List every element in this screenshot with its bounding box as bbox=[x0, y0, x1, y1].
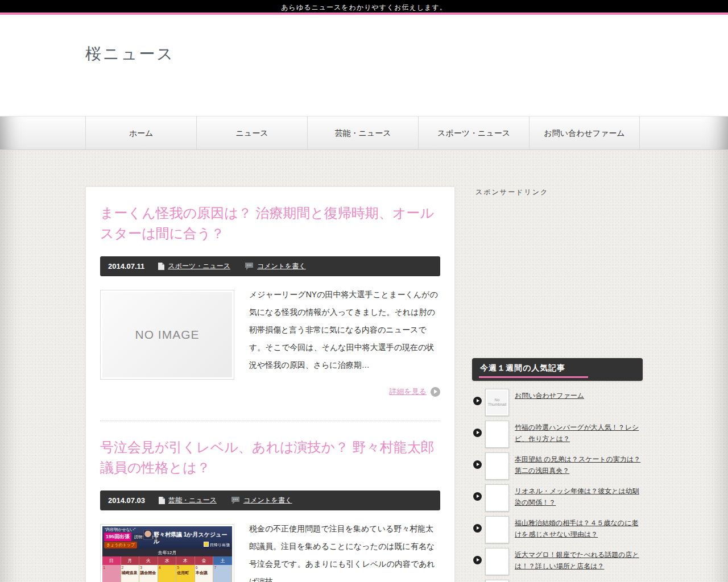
file-icon bbox=[159, 497, 165, 504]
article-excerpt: メジャーリーグNYの田中将大選手ことまーくんがの気になる怪我の情報が入ってきまし… bbox=[249, 286, 440, 380]
article-title[interactable]: まーくん怪我の原因は？ 治療期間と復帰時期、オールスターは間に合う？ bbox=[100, 203, 440, 244]
thumbnail-dark-portrait bbox=[485, 516, 509, 543]
popular-article-link[interactable]: 本田望結 の兄弟は？スケートの実力は？第二の浅田真央？ bbox=[515, 454, 643, 477]
article-2: 号泣会見が引くレベル、あれは演技か？ 野々村龍太郎議員の性格とは？ 2014.0… bbox=[100, 437, 440, 582]
nav-item-sports-news[interactable]: スポーツ・ニュース bbox=[418, 117, 529, 149]
calendar-cell: 4 bbox=[158, 565, 177, 582]
popular-item: 本田望結 の兄弟は？スケートの実力は？第二の浅田真央？ bbox=[472, 452, 643, 480]
article-body: NO IMAGE メジャーリーグNYの田中将大選手ことまーくんがの気になる怪我の… bbox=[100, 290, 440, 380]
write-comment-link[interactable]: コメントを書く bbox=[257, 261, 306, 271]
article-body: “内容明かせない” 195回出張 説明できます きょうのトップ 野々村県議 1か… bbox=[100, 524, 440, 582]
article-1: まーくん怪我の原因は？ 治療期間と復帰時期、オールスターは間に合う？ 2014.… bbox=[100, 203, 440, 397]
popular-article-link[interactable]: リオネル・メッシ年俸は？彼女とは幼馴染の関係！？ bbox=[515, 485, 643, 509]
popular-item: No Thumbnail お問い合わせファーム bbox=[472, 389, 643, 416]
category-link[interactable]: 芸能・ニュース bbox=[168, 496, 217, 505]
read-more-link[interactable]: 詳細を見る bbox=[389, 386, 427, 397]
popular-articles-header: 今週１週間の人気記事 bbox=[472, 358, 643, 381]
article-date: 2014.07.11 bbox=[108, 262, 144, 271]
popular-article-link[interactable]: 竹福の吟選ハンバーグが大人気！？レシピ、作り方とは？ bbox=[515, 422, 643, 445]
comment-bubble-icon bbox=[245, 263, 254, 270]
play-circle-icon bbox=[473, 429, 482, 437]
calendar-face-photo bbox=[143, 530, 152, 540]
main-nav: ホーム ニュース 芸能・ニュース スポーツ・ニュース お問い合わせファーム bbox=[0, 116, 728, 150]
calendar-cell: 5佐用町 bbox=[176, 565, 195, 582]
thumbnail-soccer-player bbox=[485, 484, 509, 512]
page-background: まーくん怪我の原因は？ 治療期間と復帰時期、オールスターは間に合う？ 2014.… bbox=[0, 150, 728, 582]
popular-item: 竹福の吟選ハンバーグが大人気！？レシピ、作り方とは？ bbox=[472, 421, 643, 448]
nav-item-news[interactable]: ニュース bbox=[196, 117, 307, 149]
calendar-corner-label: きょうのトップ bbox=[104, 542, 137, 548]
calendar-cell: 2城崎温泉 bbox=[121, 565, 140, 582]
popular-item: リオネル・メッシ年俸は？彼女とは幼馴染の関係！？ bbox=[472, 484, 643, 512]
calendar-legend: 日帰り出張 bbox=[204, 542, 230, 548]
top-tagline-bar: あらゆるニュースをわかりやすくお伝えします。 bbox=[0, 0, 728, 15]
file-icon bbox=[158, 263, 164, 270]
calendar-top-banner: “内容明かせない” 195回出張 説明できます きょうのトップ 野々村県議 1か… bbox=[102, 526, 232, 549]
article-thumbnail-calendar[interactable]: “内容明かせない” 195回出張 説明できます きょうのトップ 野々村県議 1か… bbox=[100, 524, 234, 582]
category-link[interactable]: スポーツ・ニュース bbox=[168, 261, 230, 271]
popular-articles-list: No Thumbnail お問い合わせファーム 竹福の吟選ハンバーグが大人気！？… bbox=[472, 389, 643, 582]
popular-item: 近大マグロ！銀座でたべれる話題の店とは！？詳しい場所と店名は？ bbox=[472, 548, 643, 575]
thumbnail-girl-portrait bbox=[485, 452, 509, 480]
thumbnail-duo bbox=[485, 580, 509, 582]
nav-item-contact-form[interactable]: お問い合わせファーム bbox=[529, 117, 640, 149]
play-circle-icon bbox=[473, 492, 482, 501]
comment-bubble-icon bbox=[231, 497, 240, 504]
popular-article-link[interactable]: お問い合わせファーム bbox=[515, 390, 584, 401]
read-more-row: 詳細を見る bbox=[100, 386, 440, 397]
calendar-badge: 195回出張 bbox=[104, 533, 131, 541]
play-circle-icon bbox=[473, 556, 482, 564]
article-meta-bar: 2014.07.11 スポーツ・ニュース コメントを書く bbox=[100, 256, 440, 276]
site-header: 桜ニュース bbox=[0, 15, 728, 116]
calendar-grid: 1 2城崎温泉 3議会開会 4 5佐用町 6本会議 7 8城崎温泉 9本会議 1… bbox=[102, 565, 232, 582]
calendar-cell: 3議会開会 bbox=[139, 565, 158, 582]
popular-article-link[interactable]: 福山雅治結婚の相手は？４５歳なのに老けを感じさせない理由は？ bbox=[515, 517, 643, 541]
sponsored-links-label: スポンサードリンク bbox=[475, 188, 643, 197]
play-circle-icon[interactable] bbox=[431, 387, 440, 397]
popular-articles-title: 今週１週間の人気記事 bbox=[479, 362, 588, 378]
sidebar: スポンサードリンク 今週１週間の人気記事 No Thumbnail お問い合わせ… bbox=[472, 186, 643, 582]
tagline-text: あらゆるニュースをわかりやすくお伝えします。 bbox=[281, 3, 446, 11]
play-circle-icon bbox=[473, 397, 482, 405]
calendar-cell: 1 bbox=[102, 565, 121, 582]
nav-item-entertainment-news[interactable]: 芸能・ニュース bbox=[307, 117, 418, 149]
calendar-cell: 6本会議 bbox=[195, 565, 214, 582]
popular-article-link[interactable]: 近大マグロ！銀座でたべれる話題の店とは！？詳しい場所と店名は？ bbox=[515, 549, 643, 572]
article-thumbnail[interactable]: NO IMAGE bbox=[100, 290, 234, 380]
calendar-day-headers: 日月火水木金土 bbox=[102, 556, 232, 565]
main-content-card: まーくん怪我の原因は？ 治療期間と復帰時期、オールスターは間に合う？ 2014.… bbox=[85, 186, 455, 582]
thumbnail-hamburger bbox=[485, 421, 509, 448]
calendar-caption: “内容明かせない” bbox=[105, 527, 135, 533]
thumbnail-no-image: No Thumbnail bbox=[485, 389, 509, 416]
calendar-thumbnail: “内容明かせない” 195回出張 説明できます きょうのトップ 野々村県議 1か… bbox=[102, 526, 232, 582]
article-date: 2014.07.03 bbox=[108, 496, 145, 505]
write-comment-link[interactable]: コメントを書く bbox=[243, 496, 292, 505]
calendar-cell: 7 bbox=[213, 565, 232, 582]
no-image-placeholder: NO IMAGE bbox=[102, 292, 232, 377]
nav-item-home[interactable]: ホーム bbox=[85, 117, 196, 149]
play-circle-icon bbox=[473, 460, 482, 469]
article-meta-bar: 2014.07.03 芸能・ニュース コメントを書く bbox=[100, 490, 440, 510]
thumbnail-tuna bbox=[485, 548, 509, 575]
popular-item: 福山雅治結婚の相手は？４５歳なのに老けを感じさせない理由は？ bbox=[472, 516, 643, 543]
article-divider bbox=[100, 421, 440, 421]
article-title[interactable]: 号泣会見が引くレベル、あれは演技か？ 野々村龍太郎議員の性格とは？ bbox=[100, 437, 440, 478]
site-title[interactable]: 桜ニュース bbox=[85, 15, 643, 65]
ad-space bbox=[472, 197, 643, 358]
play-circle-icon bbox=[473, 524, 482, 533]
popular-item: 日本エレキテル連合のプロフィール！ダメよ～… bbox=[472, 580, 643, 582]
calendar-month-label: 去年12月 bbox=[102, 549, 232, 556]
article-excerpt: 税金の不正使用問題で注目を集めている野々村龍太郎議員。注目を集めることになったの… bbox=[249, 520, 440, 582]
